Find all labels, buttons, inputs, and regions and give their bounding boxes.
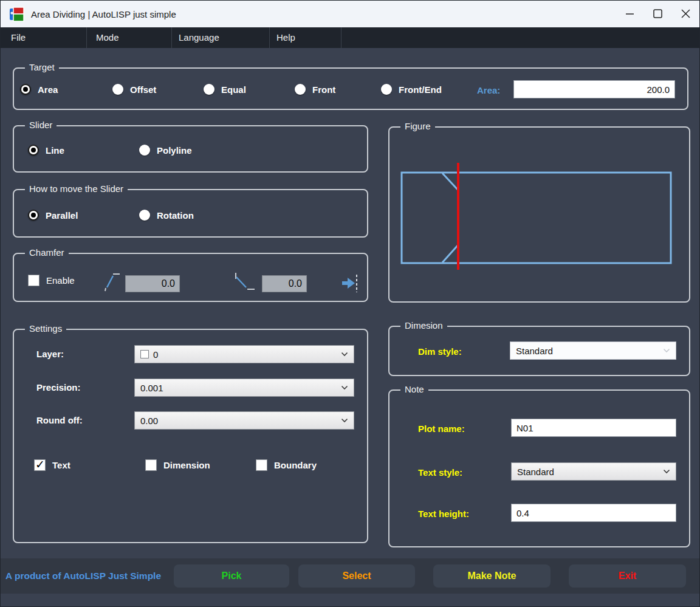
menu-item-language[interactable]: Language [172, 27, 270, 48]
plot-name-input[interactable] [511, 419, 676, 437]
round-off-value: 0.00 [140, 416, 158, 426]
radio-option-equal[interactable]: Equal [204, 84, 246, 95]
chamfer-second-input[interactable] [262, 275, 307, 292]
radio-option-line[interactable]: Line [28, 145, 64, 156]
window-title: Area Dividing | AutoLISP just simple [31, 9, 176, 19]
checkbox-icon [145, 459, 157, 471]
checkbox-dimension[interactable]: Dimension [145, 459, 210, 471]
radio-icon [28, 210, 39, 221]
radio-option-front-end[interactable]: Front/End [381, 84, 442, 95]
chevron-down-icon [663, 348, 670, 353]
layer-label: Layer: [36, 349, 64, 359]
maximize-icon [643, 1, 671, 27]
text-height-label: Text height: [418, 509, 469, 519]
round-off-label: Round off: [36, 415, 83, 425]
boundary-rect [402, 173, 671, 263]
chevron-down-icon [341, 385, 348, 390]
group-dimension-label: Dimesion [400, 320, 447, 332]
plot-name-label: Plot name: [418, 424, 465, 434]
round-off-select[interactable]: 0.00 [134, 411, 354, 430]
app-window: Area Dividing | AutoLISP just simple Fil… [0, 0, 700, 607]
group-dimension: Dimesion Dim style: Standard [388, 326, 690, 376]
group-settings-label: Settings [25, 323, 66, 335]
minimize-icon [616, 1, 643, 27]
precision-label: Precision: [36, 382, 81, 393]
chamfer-line-bottom [442, 245, 458, 262]
group-target: Target Area Offset Equal Front Front/End… [13, 67, 688, 110]
radio-icon [381, 84, 392, 95]
chevron-down-icon [663, 469, 670, 474]
chamfer-line-top [442, 173, 458, 190]
pick-button[interactable]: Pick [174, 564, 289, 588]
maximize-button[interactable] [643, 1, 671, 27]
radio-icon [20, 84, 31, 95]
menu-item-help[interactable]: Help [270, 27, 341, 48]
precision-value: 0.001 [140, 383, 163, 393]
menu-bar: File Mode Language Help [1, 27, 699, 48]
checkbox-boundary[interactable]: Boundary [256, 459, 317, 471]
group-note: Note Plot name: Text style: Standard Tex… [388, 389, 690, 547]
precision-select[interactable]: 0.001 [134, 379, 354, 397]
chamfer-first-input[interactable] [125, 275, 180, 292]
area-label: Area: [477, 85, 500, 95]
close-icon [671, 1, 699, 27]
checkbox-icon [28, 275, 39, 286]
footer-bar: A product of AutoLISP Just Simple Pick S… [1, 558, 699, 594]
close-button[interactable] [671, 1, 699, 27]
radio-option-rotation[interactable]: Rotation [139, 210, 194, 221]
group-slider: Slider Line Polyline [13, 125, 368, 173]
text-style-value: Standard [517, 467, 554, 477]
dim-style-label: Dim style: [418, 346, 462, 357]
radio-option-parallel[interactable]: Parallel [28, 210, 78, 221]
radio-option-polyline[interactable]: Polyline [139, 145, 192, 156]
chamfer-first-icon [103, 270, 121, 292]
checkbox-icon [34, 459, 46, 471]
menu-item-mode[interactable]: Mode [87, 27, 172, 48]
area-input[interactable] [513, 80, 675, 98]
group-slider-label: Slider [25, 119, 57, 131]
exit-button[interactable]: Exit [569, 564, 686, 588]
group-chamfer-label: Chamfer [25, 247, 69, 259]
layer-select[interactable]: 0 [134, 345, 354, 363]
checkbox-icon [256, 459, 267, 471]
group-note-label: Note [400, 383, 428, 396]
layer-value: 0 [153, 349, 158, 360]
group-target-label: Target [25, 61, 59, 74]
layer-color-swatch [140, 350, 149, 358]
radio-icon [295, 84, 306, 95]
chevron-down-icon [341, 418, 348, 423]
enable-checkbox[interactable]: Enable [28, 275, 75, 286]
minimize-button[interactable] [616, 1, 643, 27]
group-figure: Figure [388, 126, 690, 303]
menu-item-file[interactable]: File [1, 27, 87, 48]
radio-icon [139, 145, 150, 156]
radio-icon [112, 84, 123, 95]
group-move-slider-label: How to move the Slider [25, 183, 128, 195]
radio-option-area[interactable]: Area [20, 84, 58, 95]
trim-arrow-icon [341, 272, 359, 294]
group-move-slider: How to move the Slider Parallel Rotation [13, 189, 368, 238]
dim-style-value: Standard [516, 346, 553, 356]
text-style-label: Text style: [418, 467, 462, 478]
chevron-down-icon [341, 352, 348, 357]
select-button[interactable]: Select [298, 564, 415, 588]
text-height-input[interactable] [511, 504, 676, 522]
window-controls [616, 1, 699, 27]
title-bar: Area Dividing | AutoLISP just simple [1, 1, 699, 27]
figure-drawing [389, 128, 689, 301]
checkbox-text[interactable]: Text [34, 459, 70, 471]
group-chamfer: Chamfer Enable [13, 253, 368, 302]
radio-icon [204, 84, 214, 95]
radio-icon [28, 145, 39, 156]
dim-style-select[interactable]: Standard [510, 341, 676, 360]
app-icon [9, 6, 25, 22]
brand-text: A product of AutoLISP Just Simple [5, 558, 161, 594]
make-note-button[interactable]: Make Note [433, 564, 551, 588]
chamfer-second-icon [234, 272, 256, 292]
radio-option-offset[interactable]: Offset [112, 84, 156, 95]
radio-icon [139, 210, 150, 221]
group-settings: Settings Layer: 0 Precision: 0.001 Round… [13, 329, 368, 543]
text-style-select[interactable]: Standard [511, 462, 676, 481]
radio-option-front[interactable]: Front [295, 84, 335, 95]
